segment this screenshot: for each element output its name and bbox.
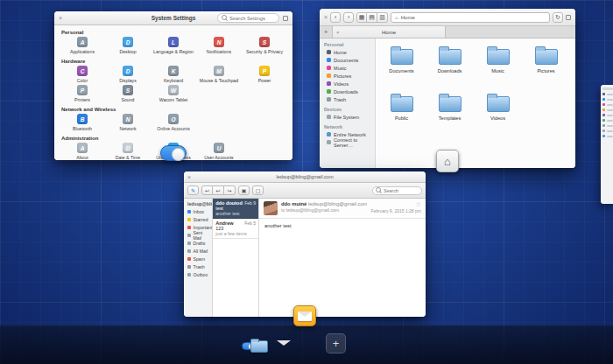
forward-button[interactable]: ›	[343, 12, 354, 23]
close-icon[interactable]: ×	[324, 14, 328, 20]
system-settings-window[interactable]: × System Settings Personal A Application…	[54, 11, 292, 160]
place-icon	[327, 89, 331, 94]
mail-folder-item[interactable]: Inbox	[184, 207, 212, 215]
settings-item[interactable]: M Mouse & Touchpad	[196, 66, 242, 85]
sidebar-item[interactable]: Videos	[320, 80, 375, 88]
place-icon	[327, 140, 331, 144]
settings-item[interactable]: W Wacom Tablet	[151, 85, 196, 104]
conversation-preview: just a few items	[215, 231, 256, 236]
folder-item[interactable]: Templates	[426, 93, 474, 140]
list-view-icon[interactable]: ▤	[367, 12, 377, 23]
trash-button[interactable]: ▢	[252, 186, 264, 195]
message-date: February 9, 2015 1:28 pm	[370, 208, 421, 214]
grid-view-icon[interactable]: ▦	[356, 12, 367, 23]
add-tab-button[interactable]: +	[320, 26, 332, 38]
mail-folder-item[interactable]: Trash	[184, 262, 212, 270]
settings-item-icon: D	[123, 143, 133, 153]
close-icon[interactable]: ×	[59, 15, 62, 21]
settings-item-icon: N	[214, 37, 224, 47]
sidebar-group-title: Network	[320, 123, 375, 130]
mail-body: ledsup@bling… Inbox Starred Important Se…	[184, 199, 426, 317]
column-view-icon[interactable]: ▥	[377, 12, 388, 23]
reply-button[interactable]: ↩	[201, 186, 213, 195]
place-icon	[327, 66, 331, 70]
mail-window[interactable]: × ledsup@bling@gmail.com ✎ ↩ ↩ ↪ ▣ ▢ led…	[184, 172, 426, 317]
mail-folder-item[interactable]: Sent Mail	[184, 231, 212, 239]
files-app-icon[interactable]: ⌂	[436, 150, 459, 172]
files-window[interactable]: × ‹ › ▦ ▤ ▥ ⌂ Home ↻ + × Home	[320, 9, 575, 168]
settings-item[interactable]: K Keyboard	[151, 66, 196, 85]
place-icon	[327, 115, 331, 119]
mail-app-icon[interactable]	[293, 305, 316, 326]
workspace-1-thumbnail[interactable]	[242, 332, 270, 353]
settings-search-input[interactable]	[229, 16, 275, 21]
sidebar-item[interactable]: Downloads	[320, 88, 375, 95]
maximize-icon[interactable]	[283, 16, 288, 21]
settings-item[interactable]: O Online Accounts	[151, 114, 196, 133]
sidebar-item[interactable]: Music	[320, 64, 375, 72]
settings-item[interactable]: L Language & Region	[151, 37, 196, 56]
mail-folder-label: Outbox	[194, 272, 208, 277]
settings-item-label: Wacom Tablet	[159, 97, 188, 102]
mail-folder-icon	[187, 234, 191, 237]
place-icon	[327, 97, 331, 102]
sidebar-item[interactable]: Documents	[320, 56, 375, 64]
folder-item[interactable]: Downloads	[426, 46, 474, 93]
settings-item[interactable]: P Power	[242, 66, 287, 85]
path-bar[interactable]: ⌂ Home	[391, 12, 550, 23]
folder-item[interactable]: Documents	[377, 46, 426, 93]
conversation-item[interactable]: Feb 9 ddo doutod test another test	[213, 199, 258, 219]
mail-search-input[interactable]	[384, 188, 419, 193]
conversation-item[interactable]: Feb 5 Andrew 123 just a few items	[213, 219, 258, 239]
close-icon[interactable]: ×	[187, 174, 191, 180]
settings-item[interactable]: D Date & Time	[105, 143, 151, 160]
sidebar-item[interactable]: Home	[320, 48, 375, 56]
star-icon[interactable]: ☆	[416, 201, 421, 207]
settings-item[interactable]: D Displays	[105, 66, 151, 85]
sidebar-item[interactable]: File System	[320, 113, 375, 121]
sidebar-group-title: Personal	[320, 41, 375, 48]
refresh-button[interactable]: ↻	[553, 12, 563, 23]
settings-item[interactable]: B Bluetooth	[60, 114, 105, 133]
archive-button[interactable]: ▣	[238, 186, 250, 195]
mail-folder-item[interactable]: Spam	[184, 255, 212, 262]
settings-item[interactable]: P Printers	[60, 85, 105, 104]
settings-item[interactable]: D Desktop	[105, 37, 151, 56]
settings-item[interactable]: A Applications	[60, 37, 105, 56]
settings-item[interactable]: N Network	[105, 114, 151, 133]
sidebar-item[interactable]: Pictures	[320, 72, 375, 80]
folder-name: Videos	[490, 116, 505, 121]
tab-close-icon[interactable]: ×	[336, 30, 340, 35]
add-workspace-button[interactable]: +	[326, 333, 346, 354]
sidebar-item[interactable]: Trash	[320, 95, 375, 103]
adjacent-window-sliver[interactable]	[601, 85, 613, 204]
settings-item[interactable]: A About	[60, 143, 105, 160]
sidebar-item[interactable]: Connect to Server…	[320, 138, 375, 146]
settings-item[interactable]: S Security & Privacy	[242, 37, 287, 56]
reply-all-button[interactable]: ↩	[213, 186, 224, 195]
mail-account-label: ledsup@bling…	[184, 200, 212, 207]
tab-home[interactable]: × Home	[332, 26, 446, 38]
mail-folder-item[interactable]: All Mail	[184, 247, 212, 255]
section-title: Personal	[61, 30, 287, 35]
switchboard-app-icon[interactable]	[160, 145, 187, 161]
forward-button[interactable]: ↪	[224, 186, 236, 195]
back-button[interactable]: ‹	[330, 12, 341, 23]
mail-folder-item[interactable]: Starred	[184, 215, 212, 223]
files-body: Personal Home Documents Music Pictures V…	[320, 38, 575, 168]
mail-folder-item[interactable]: Outbox	[184, 270, 212, 278]
settings-item[interactable]: U User Accounts	[196, 143, 242, 160]
settings-item[interactable]: N Notifications	[196, 37, 242, 56]
settings-item-icon: O	[168, 114, 179, 124]
maximize-icon[interactable]	[566, 15, 571, 20]
settings-item-icon: P	[259, 66, 270, 76]
folder-item[interactable]: Public	[377, 93, 426, 140]
folder-item[interactable]: Pictures	[522, 46, 570, 93]
settings-item[interactable]: C Color	[60, 66, 105, 85]
compose-button[interactable]: ✎	[187, 186, 199, 195]
folder-item[interactable]: Videos	[474, 93, 522, 140]
folder-name: Pictures	[537, 68, 554, 74]
folder-item[interactable]: Music	[474, 46, 522, 93]
settings-item[interactable]: S Sound	[105, 85, 151, 104]
settings-item-label: Applications	[70, 49, 95, 54]
